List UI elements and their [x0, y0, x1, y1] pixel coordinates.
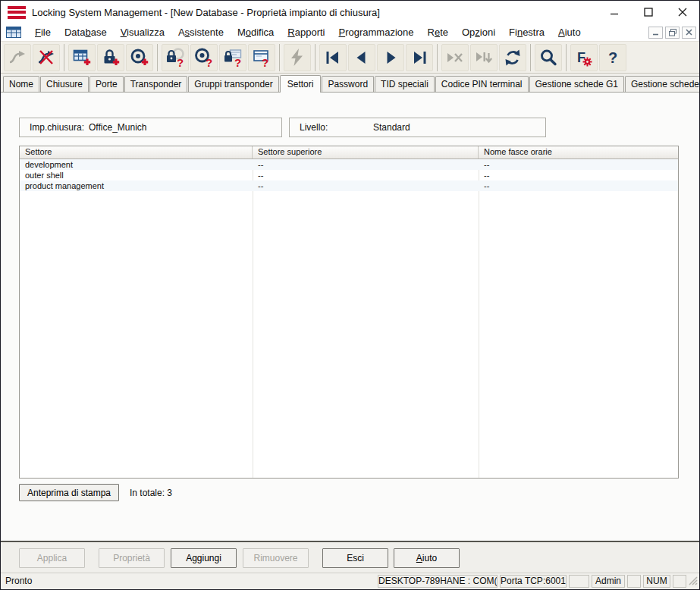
last-record-button[interactable] — [406, 44, 433, 71]
tab-transponder[interactable]: Transponder — [124, 76, 188, 92]
disconnect-button[interactable] — [33, 44, 60, 71]
titlebar: Locking System Management - [New Databas… — [1, 1, 699, 24]
refresh-icon — [503, 48, 523, 67]
tab-settori[interactable]: Settori — [280, 75, 322, 93]
tab-codice-pin-terminal[interactable]: Codice PIN terminal — [435, 76, 529, 92]
previous-record-icon — [352, 48, 372, 67]
tab-password[interactable]: Password — [322, 76, 374, 92]
properties-button: Proprietà — [99, 548, 165, 568]
menu-item-visualizza[interactable]: Visualizza — [114, 25, 171, 39]
toolbar-separator — [437, 44, 438, 71]
tab-porte[interactable]: Porte — [89, 76, 124, 92]
level-label: Livello: — [290, 122, 373, 133]
maximize-icon[interactable] — [631, 1, 665, 24]
toolbar-separator — [530, 44, 531, 71]
print-preview-button[interactable]: Anteprima di stampa — [19, 484, 119, 501]
add-button[interactable]: Aggiungi — [171, 548, 237, 568]
filter-options-button[interactable]: F — [570, 44, 598, 71]
tab-gestione-schede-g2[interactable]: Gestione schede G2 — [625, 76, 700, 92]
new-locking-system-button[interactable] — [68, 44, 96, 71]
help-button[interactable]: ? — [599, 44, 626, 71]
toolbar-separator — [279, 44, 280, 71]
tab-tid-speciali[interactable]: TID speciali — [375, 76, 435, 92]
table-row[interactable]: development -- -- — [20, 159, 678, 170]
read-lock-button[interactable]: ? — [162, 44, 189, 71]
new-transponder-icon — [130, 48, 149, 67]
document-icon[interactable] — [6, 27, 21, 38]
read-transponder-icon: ? — [194, 48, 214, 67]
toolbar-separator — [315, 44, 315, 71]
tab-bar: Nome Chiusure Porte Transponder Gruppi t… — [1, 74, 699, 93]
level-field: Livello: Standard — [289, 118, 546, 137]
previous-record-button[interactable] — [348, 44, 375, 71]
connect-icon — [8, 48, 27, 67]
svg-text:?: ? — [234, 55, 241, 67]
column-header-settore[interactable]: Settore — [20, 146, 253, 158]
window-title: Locking System Management - [New Databas… — [32, 7, 380, 18]
level-value: Standard — [373, 122, 410, 133]
column-header-nome-fasce-orarie[interactable]: Nome fasce orarie — [479, 146, 678, 158]
tab-gestione-schede-g1[interactable]: Gestione schede G1 — [529, 76, 624, 92]
help-icon: ? — [603, 48, 623, 67]
tab-chiusure[interactable]: Chiusure — [40, 76, 89, 92]
svg-text:F: F — [577, 50, 585, 65]
minimize-icon[interactable] — [597, 1, 631, 24]
new-lock-button[interactable] — [97, 44, 124, 71]
resize-grip-icon[interactable] — [688, 576, 698, 588]
tab-nome[interactable]: Nome — [3, 76, 39, 92]
search-button[interactable] — [535, 44, 562, 71]
new-locking-system-icon — [72, 48, 92, 67]
menu-item-aiuto[interactable]: Aiuto — [551, 25, 588, 39]
column-divider — [479, 159, 479, 478]
disconnect-icon — [36, 48, 56, 67]
read-transponder-button[interactable]: ? — [190, 44, 218, 71]
status-port-field: Porta TCP:6001 — [500, 575, 567, 588]
table-row[interactable]: product management -- -- — [20, 180, 678, 191]
last-record-icon — [410, 48, 429, 67]
menu-item-assistente[interactable]: Assistente — [171, 25, 231, 39]
tab-gruppi-transponder[interactable]: Gruppi transponder — [188, 76, 278, 92]
sectors-table: Settore Settore superiore Nome fasce ora… — [19, 146, 679, 479]
help-dialog-button[interactable]: Aiuto — [394, 548, 460, 568]
menu-item-file[interactable]: File — [28, 25, 58, 39]
menu-item-finestra[interactable]: Finestra — [502, 25, 551, 39]
close-icon[interactable] — [665, 1, 699, 24]
apply-button: Applica — [19, 548, 85, 568]
status-empty-field — [627, 575, 641, 588]
menu-item-database[interactable]: Database — [58, 25, 114, 39]
program-button — [284, 44, 311, 71]
connect-button — [4, 44, 31, 71]
menubar: File Database Visualizza Assistente Modi… — [1, 24, 699, 41]
simonsvoss-logo-icon — [8, 6, 26, 19]
menu-item-rete[interactable]: Rete — [421, 25, 455, 39]
search-icon — [538, 48, 558, 67]
next-record-button[interactable] — [377, 44, 404, 71]
menu-item-modifica[interactable]: Modifica — [231, 25, 281, 39]
column-header-settore-superiore[interactable]: Settore superiore — [253, 146, 479, 158]
status-user-field: Admin — [592, 575, 625, 588]
toolbar: ? ? ? ? — [1, 41, 699, 74]
first-record-button[interactable] — [319, 44, 347, 71]
mdi-minimize-icon[interactable] — [648, 27, 663, 39]
read-mifare-lock-button[interactable]: ? — [219, 44, 246, 71]
app-window: Locking System Management - [New Databas… — [0, 0, 700, 590]
status-ready-label: Pronto — [5, 576, 32, 586]
new-transponder-button[interactable] — [126, 44, 153, 71]
mdi-restore-icon[interactable] — [665, 27, 680, 39]
filter-options-icon: F — [574, 48, 594, 67]
cancel-action-icon — [445, 48, 465, 67]
svg-text:?: ? — [262, 55, 268, 67]
exit-button[interactable]: Esci — [322, 548, 388, 568]
refresh-button[interactable] — [499, 44, 526, 71]
mdi-close-icon[interactable] — [682, 27, 696, 39]
menu-item-programmazione[interactable]: Programmazione — [332, 25, 421, 39]
next-record-icon — [381, 48, 400, 67]
remove-button: Rimuovere — [243, 548, 309, 568]
table-row[interactable]: outer shell -- -- — [20, 170, 678, 180]
menu-item-rapporti[interactable]: Rapporti — [281, 25, 331, 39]
toolbar-separator — [566, 44, 567, 71]
read-network-button[interactable]: ? — [248, 44, 275, 71]
first-record-icon — [323, 48, 343, 67]
menu-item-opzioni[interactable]: Opzioni — [455, 25, 502, 39]
cancel-action-button — [441, 44, 469, 71]
